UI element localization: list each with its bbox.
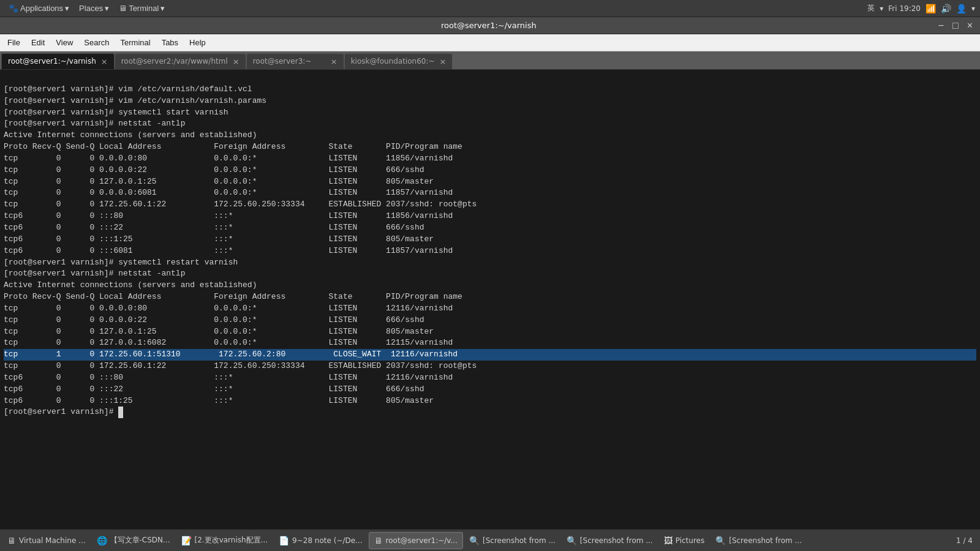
- user-icon: 👤: [956, 4, 967, 13]
- menu-bar: FileEditViewSearchTerminalTabsHelp: [0, 34, 980, 51]
- terminal-line: tcp 0 0 0.0.0.0:6081 0.0.0.0:* LISTEN 11…: [4, 187, 976, 199]
- taskbar-label-tb5: root@server1:~/v...: [386, 536, 458, 545]
- taskbar-label-tb4: 9~28 note (~/De...: [292, 536, 362, 545]
- taskbar-label-tb9: [Screenshot from ...: [729, 536, 802, 545]
- tab-tab2[interactable]: root@server2:/var/www/html×: [115, 53, 246, 69]
- terminal-line: tcp 0 0 127.0.0.1:25 0.0.0.0:* LISTEN 80…: [4, 326, 976, 338]
- applications-label: Applications: [20, 4, 63, 13]
- taskbar-icon-tb3: 📝: [181, 536, 192, 545]
- places-label: Places: [79, 4, 103, 13]
- places-menu[interactable]: Places ▾: [75, 2, 113, 14]
- terminal-menu[interactable]: 🖥 Terminal ▾: [115, 2, 168, 14]
- taskbar-item-tb7[interactable]: 🔍[Screenshot from ...: [562, 532, 658, 549]
- datetime: Fri 19:20: [888, 4, 921, 13]
- terminal-line: tcp6 0 0 :::80 :::* LISTEN 12116/varnish…: [4, 372, 976, 384]
- volume-icon: 🔊: [941, 4, 951, 13]
- terminal-line: tcp 0 0 0.0.0.0:22 0.0.0.0:* LISTEN 666/…: [4, 315, 976, 326]
- terminal-line: [root@server1 varnish]# vim /etc/varnish…: [4, 96, 976, 107]
- menu-item-help[interactable]: Help: [184, 36, 211, 49]
- network-icon: 📶: [925, 4, 936, 13]
- taskbar: 🖥Virtual Machine ...🌐【写文章-CSDN...📝[2.更改v…: [0, 529, 980, 551]
- terminal-line: [root@server1 varnish]# netstat -antlp: [4, 118, 976, 130]
- minimize-button[interactable]: −: [936, 21, 946, 31]
- menu-item-search[interactable]: Search: [79, 36, 114, 49]
- menu-item-terminal[interactable]: Terminal: [116, 36, 156, 49]
- terminal-line: tcp 0 0 0.0.0.0:80 0.0.0.0:* LISTEN 1185…: [4, 153, 976, 165]
- applications-menu[interactable]: 🐾 Applications ▾: [5, 2, 73, 14]
- taskbar-icon-tb6: 🔍: [469, 536, 480, 545]
- terminal-line: Proto Recv-Q Send-Q Local Address Foreig…: [4, 291, 976, 303]
- taskbar-label-tb6: [Screenshot from ...: [483, 536, 556, 545]
- tab-label-tab2: root@server2:/var/www/html: [121, 57, 228, 66]
- lang-arrow: ▾: [880, 4, 883, 13]
- terminal-line: tcp 0 0 0.0.0.0:22 0.0.0.0:* LISTEN 666/…: [4, 165, 976, 176]
- system-bar-right: 英 ▾ Fri 19:20 📶 🔊 👤 ▾: [867, 3, 975, 13]
- close-button[interactable]: ×: [965, 21, 975, 31]
- taskbar-page: 1 / 4: [951, 536, 978, 545]
- terminal-line: tcp6 0 0 :::80 :::* LISTEN 11856/varnish…: [4, 211, 976, 222]
- terminal-line: tcp6 0 0 :::22 :::* LISTEN 666/sshd: [4, 222, 976, 234]
- tab-label-tab4: kiosk@foundation60:~: [351, 57, 435, 66]
- taskbar-item-tb2[interactable]: 🌐【写文章-CSDN...: [92, 532, 175, 549]
- taskbar-label-tb2: 【写文章-CSDN...: [110, 535, 170, 545]
- terminal-body[interactable]: [root@server1 varnish]# vim /etc/varnish…: [0, 70, 980, 529]
- taskbar-item-tb4[interactable]: 📄9~28 note (~/De...: [274, 532, 367, 549]
- tab-label-tab3: root@server3:~: [253, 57, 326, 66]
- menu-item-edit[interactable]: Edit: [26, 36, 50, 49]
- tab-tab4[interactable]: kiosk@foundation60:~×: [344, 53, 453, 69]
- taskbar-label-tb8: Pictures: [676, 536, 705, 545]
- taskbar-item-tb3[interactable]: 📝[2.更改varnish配置...: [176, 532, 273, 549]
- system-bar-left: 🐾 Applications ▾ Places ▾ 🖥 Terminal ▾: [5, 2, 168, 14]
- terminal-icon: 🖥: [119, 4, 127, 13]
- maximize-button[interactable]: □: [950, 21, 961, 31]
- taskbar-item-tb8[interactable]: 🖼Pictures: [659, 532, 710, 549]
- terminal-line: tcp 0 0 172.25.60.1:22 172.25.60.250:333…: [4, 199, 976, 211]
- tabs-bar: root@server1:~/varnish×root@server2:/var…: [0, 51, 980, 70]
- places-arrow: ▾: [105, 4, 109, 13]
- taskbar-icon-tb1: 🖥: [7, 536, 16, 545]
- terminal-line: tcp6 0 0 :::22 :::* LISTEN 666/sshd: [4, 384, 976, 395]
- terminal-line: tcp6 0 0 :::1:25 :::* LISTEN 805/master: [4, 395, 976, 407]
- menu-item-tabs[interactable]: Tabs: [157, 36, 183, 49]
- terminal-line: Active Internet connections (servers and…: [4, 280, 976, 291]
- terminal-line: tcp 0 0 0.0.0.0:80 0.0.0.0:* LISTEN 1211…: [4, 303, 976, 315]
- taskbar-label-tb7: [Screenshot from ...: [580, 536, 653, 545]
- taskbar-icon-tb5: 🖥: [374, 536, 383, 545]
- tab-tab1[interactable]: root@server1:~/varnish×: [1, 53, 115, 69]
- terminal-line: tcp6 0 0 :::1:25 :::* LISTEN 805/master: [4, 234, 976, 246]
- taskbar-icon-tb4: 📄: [279, 536, 289, 545]
- terminal-line: Active Internet connections (servers and…: [4, 130, 976, 141]
- system-bar: 🐾 Applications ▾ Places ▾ 🖥 Terminal ▾ 英…: [0, 0, 980, 17]
- taskbar-label-tb3: [2.更改varnish配置...: [195, 535, 268, 545]
- window-titlebar: root@server1:~/varnish − □ ×: [0, 17, 980, 34]
- terminal-line: tcp 0 0 127.0.0.1:6082 0.0.0.0:* LISTEN …: [4, 337, 976, 349]
- terminal-arrow: ▾: [160, 4, 165, 13]
- lang-indicator: 英: [867, 3, 875, 13]
- terminal-line-highlighted: tcp 1 0 172.25.60.1:51310 172.25.60.2:80…: [4, 349, 976, 361]
- taskbar-icon-tb7: 🔍: [567, 536, 577, 545]
- taskbar-label-tb1: Virtual Machine ...: [19, 536, 86, 545]
- taskbar-icon-tb8: 🖼: [664, 536, 673, 545]
- terminal-line: Proto Recv-Q Send-Q Local Address Foreig…: [4, 141, 976, 153]
- taskbar-item-tb9[interactable]: 🔍[Screenshot from ...: [710, 532, 807, 549]
- tab-close-tab3[interactable]: ×: [331, 58, 337, 66]
- terminal-label: Terminal: [129, 4, 159, 13]
- tab-close-tab4[interactable]: ×: [440, 58, 447, 66]
- terminal-line: tcp 0 0 172.25.60.1:22 172.25.60.250:333…: [4, 361, 976, 372]
- terminal-line: [root@server1 varnish]# vim /etc/varnish…: [4, 84, 976, 96]
- menu-item-view[interactable]: View: [51, 36, 78, 49]
- apps-icon: 🐾: [9, 4, 18, 13]
- tab-close-tab1[interactable]: ×: [101, 58, 108, 66]
- taskbar-icon-tb9: 🔍: [715, 536, 726, 545]
- menu-item-file[interactable]: File: [2, 36, 25, 49]
- taskbar-item-tb5[interactable]: 🖥root@server1:~/v...: [369, 532, 463, 549]
- power-arrow: ▾: [971, 4, 975, 13]
- tab-tab3[interactable]: root@server3:~×: [246, 53, 344, 69]
- taskbar-item-tb1[interactable]: 🖥Virtual Machine ...: [2, 532, 91, 549]
- tab-close-tab2[interactable]: ×: [233, 58, 239, 66]
- apps-arrow: ▾: [65, 4, 69, 13]
- terminal-line: [root@server1 varnish]# systemctl restar…: [4, 257, 976, 269]
- window-title: root@server1:~/varnish: [42, 21, 936, 30]
- taskbar-item-tb6[interactable]: 🔍[Screenshot from ...: [464, 532, 560, 549]
- terminal-cursor: [118, 407, 123, 418]
